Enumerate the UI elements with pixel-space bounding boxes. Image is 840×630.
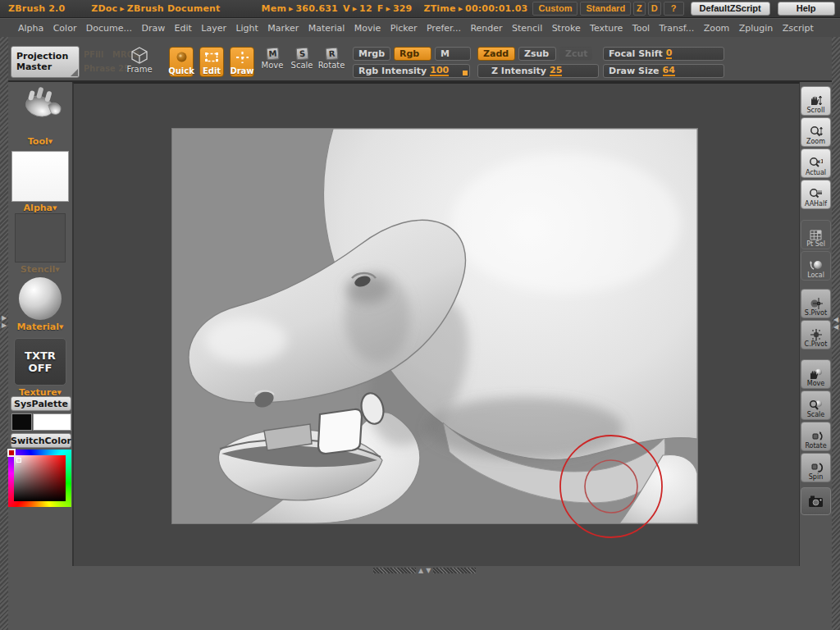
expand-left-tray-icon[interactable]: ▶▶: [0, 314, 8, 329]
menu-transform[interactable]: Transf...: [660, 23, 695, 34]
menu-light[interactable]: Light: [235, 23, 258, 34]
m-mode-button[interactable]: M: [435, 47, 471, 61]
d-button[interactable]: D: [648, 2, 661, 16]
slider-handle[interactable]: [463, 71, 468, 75]
menu-layer[interactable]: Layer: [201, 23, 226, 34]
cube-frame-icon: [130, 47, 148, 64]
menu-preferences[interactable]: Prefer...: [427, 23, 461, 34]
mrgb-mode-button[interactable]: Mrgb: [353, 47, 390, 61]
divider-grip[interactable]: [433, 568, 476, 573]
menu-document[interactable]: Docume...: [86, 23, 132, 34]
menu-draw[interactable]: Draw: [141, 23, 165, 34]
title-bar: ZBrush 2.0 ZDoc▶ZBrush Document Mem▶360.…: [0, 0, 840, 18]
expand-up-icon[interactable]: ▲: [418, 568, 423, 574]
help-question-button[interactable]: ?: [664, 2, 684, 16]
frame-button[interactable]: Frame: [124, 47, 155, 74]
help-button[interactable]: Help: [778, 2, 835, 16]
saturation-value-square[interactable]: [14, 455, 66, 501]
menu-edit[interactable]: Edit: [175, 23, 192, 34]
ztime-stat: ZTime▶00:00:01.03: [423, 3, 527, 14]
sphere-pivot-icon: [810, 298, 823, 309]
current-stencil-thumbnail: [15, 213, 66, 262]
snapshot-button[interactable]: [801, 487, 831, 515]
canvas-area[interactable]: [72, 82, 800, 566]
draw-button[interactable]: Draw: [230, 47, 254, 77]
menu-tool[interactable]: Tool: [632, 23, 650, 34]
left-tray-handle[interactable]: ▶▶: [0, 37, 8, 630]
current-tool-thumbnail[interactable]: [17, 85, 63, 135]
crosshair-pivot-icon: [810, 329, 823, 340]
zbrush-document[interactable]: [172, 129, 697, 523]
menu-movie[interactable]: Movie: [354, 23, 381, 34]
chevron-down-icon: ▼: [59, 324, 63, 331]
rotate-button[interactable]: Rotate: [801, 422, 831, 451]
menu-zplugin[interactable]: Zplugin: [739, 23, 774, 34]
current-alpha-thumbnail[interactable]: [11, 151, 69, 202]
divider-grip[interactable]: [373, 568, 416, 573]
scroll-button[interactable]: Scroll: [801, 86, 831, 116]
stencil-popup-label: Stencil▼: [8, 264, 72, 275]
main-color-swatch[interactable]: [11, 413, 32, 431]
alpha-popup-label[interactable]: Alpha▼: [8, 203, 72, 213]
ghost-button-1: PFill: [84, 50, 103, 59]
quick-button[interactable]: Quick: [169, 47, 194, 77]
default-zscript-button[interactable]: DefaultZScript: [691, 2, 770, 16]
color-picker[interactable]: [8, 450, 71, 507]
move-button[interactable]: Move: [801, 359, 831, 389]
actual-button[interactable]: x1 Actual: [801, 148, 831, 178]
switchcolor-button[interactable]: SwitchColor: [11, 433, 71, 448]
scale-button[interactable]: Scale: [801, 390, 831, 420]
zcut-mode-button: Zcut: [559, 47, 592, 61]
z-intensity-slider[interactable]: Z Intensity 25: [477, 64, 599, 78]
texture-off-button[interactable]: TXTR OFF: [14, 338, 66, 386]
edit-button[interactable]: Edit: [199, 47, 224, 77]
menu-zscript[interactable]: Zscript: [783, 23, 814, 34]
s-pivot-button[interactable]: S.Pivot: [801, 289, 831, 318]
projection-master-button[interactable]: Projection Master: [11, 46, 80, 78]
menu-picker[interactable]: Picker: [390, 23, 418, 34]
spin-arrow-icon: [810, 462, 823, 473]
gyro-scale-button[interactable]: S Scale: [286, 48, 317, 70]
menu-texture[interactable]: Texture: [590, 23, 623, 34]
f-stat: F▶329: [377, 3, 413, 14]
right-tray-handle[interactable]: ◀◀: [832, 37, 840, 630]
menu-render[interactable]: Render: [470, 23, 502, 34]
scale-letter-icon: S: [295, 47, 308, 60]
gyro-rotate-button[interactable]: R Rotate: [316, 48, 347, 70]
menu-material[interactable]: Material: [308, 23, 345, 34]
secondary-color-swatch[interactable]: [33, 413, 71, 431]
z-button[interactable]: Z: [633, 2, 646, 16]
draw-size-slider[interactable]: Draw Size 64: [603, 64, 724, 78]
rgb-intensity-slider[interactable]: Rgb Intensity 100: [353, 64, 470, 78]
zadd-mode-button[interactable]: Zadd: [477, 47, 515, 61]
ghost-button-3: Phrase 25: [84, 64, 130, 73]
menu-stencil[interactable]: Stencil: [512, 23, 542, 34]
collapse-down-icon[interactable]: ▼: [426, 568, 431, 574]
current-material-thumbnail[interactable]: [19, 277, 62, 320]
material-popup-label[interactable]: Material▼: [8, 322, 72, 332]
local-button[interactable]: Local: [801, 251, 831, 281]
c-pivot-button[interactable]: C.Pivot: [801, 320, 831, 349]
menu-marker[interactable]: Marker: [267, 23, 299, 34]
zoom-button[interactable]: Zoom: [801, 117, 831, 147]
tool-popup-label[interactable]: Tool▼: [8, 136, 72, 147]
menu-stroke[interactable]: Stroke: [552, 23, 581, 34]
expand-right-tray-icon[interactable]: ◀◀: [832, 316, 840, 331]
syspalette-button[interactable]: SysPalette: [11, 396, 71, 411]
hand-sphere-icon: [809, 368, 823, 380]
bottom-tray-divider[interactable]: ▲ ▼: [373, 567, 480, 574]
gyro-move-button[interactable]: M Move: [257, 48, 288, 70]
menu-zoom[interactable]: Zoom: [704, 23, 730, 34]
move-letter-icon: M: [266, 47, 279, 60]
rgb-mode-button[interactable]: Rgb: [394, 47, 431, 61]
aahalf-button[interactable]: AAHalf: [801, 180, 831, 209]
custom-ui-button[interactable]: Custom: [532, 2, 578, 16]
spin-button[interactable]: Spin: [801, 453, 831, 482]
menu-color[interactable]: Color: [53, 23, 77, 34]
focal-shift-slider[interactable]: Focal Shift 0: [603, 47, 724, 61]
grid-icon: [810, 230, 822, 240]
pt-sel-button[interactable]: Pt Sel: [801, 220, 831, 249]
menu-alpha[interactable]: Alpha: [18, 23, 43, 34]
zsub-mode-button[interactable]: Zsub: [518, 47, 556, 61]
standard-ui-button[interactable]: Standard: [580, 2, 631, 16]
